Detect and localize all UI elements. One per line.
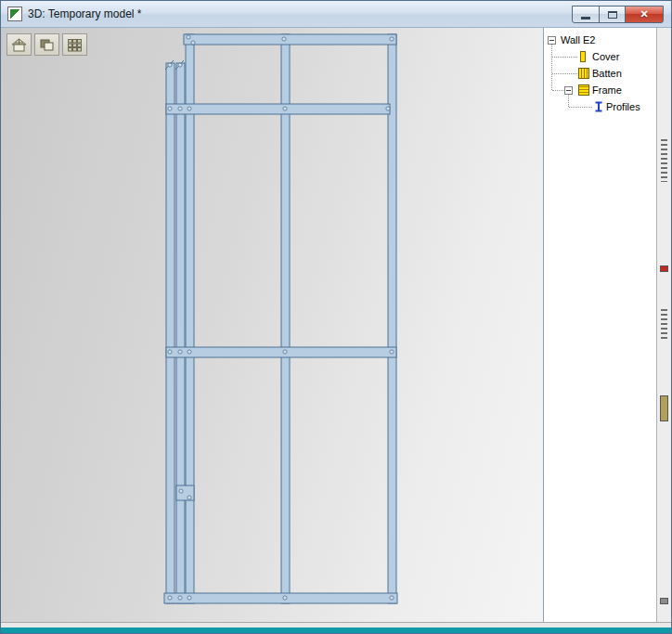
cover-icon (580, 51, 586, 62)
window-controls: ✕ (573, 6, 664, 23)
tree-item-cover[interactable]: Cover (592, 51, 619, 62)
tree-connector (551, 45, 552, 90)
parallel-view-icon (38, 37, 56, 53)
expander-frame[interactable] (564, 86, 573, 95)
red-indicator[interactable] (660, 265, 668, 272)
structure-tree-panel: Wall E2 Cover Batten Frame Profiles (543, 28, 656, 622)
grid-array-icon (66, 37, 84, 53)
docked-side-strip (656, 28, 671, 622)
tree-connector (552, 73, 577, 74)
profile-ibeam-icon (594, 101, 603, 114)
maximize-icon (608, 11, 617, 19)
tree-connector (552, 57, 577, 58)
tree-connector (552, 90, 563, 91)
batten-icon (578, 68, 589, 79)
tree-connector (569, 107, 592, 108)
tree-connector (568, 95, 569, 107)
teal-edge-bar (1, 628, 671, 633)
gray-indicator[interactable] (660, 598, 668, 604)
content-area: Wall E2 Cover Batten Frame Profiles (1, 28, 671, 622)
app-icon (7, 6, 22, 21)
close-icon: ✕ (640, 8, 648, 20)
minimize-icon (581, 17, 590, 19)
side-tag-upper[interactable] (661, 139, 667, 182)
tree-item-profiles[interactable]: Profiles (606, 101, 640, 112)
parallel-view-button[interactable] (34, 33, 59, 56)
home-view-icon (10, 37, 28, 53)
expander-wall-e2[interactable] (548, 36, 556, 45)
model-window: 3D: Temporary model * ✕ (0, 0, 672, 634)
side-tag-lower[interactable] (661, 309, 667, 339)
titlebar[interactable]: 3D: Temporary model * ✕ (1, 1, 671, 28)
model-viewport[interactable] (1, 28, 543, 622)
tree-item-batten[interactable]: Batten (592, 68, 622, 79)
tree-item-frame[interactable]: Frame (592, 84, 622, 96)
frame-drawing (1, 28, 543, 621)
frame-icon (578, 84, 589, 96)
window-title: 3D: Temporary model * (28, 7, 142, 20)
maximize-button[interactable] (599, 6, 626, 23)
grid-array-button[interactable] (62, 33, 87, 56)
minimize-button[interactable] (572, 6, 600, 23)
home-view-button[interactable] (6, 33, 32, 56)
view-toolbar (6, 33, 87, 56)
close-button[interactable]: ✕ (625, 6, 664, 23)
tree-item-wall-e2[interactable]: Wall E2 (561, 34, 596, 45)
tan-indicator[interactable] (660, 395, 668, 421)
